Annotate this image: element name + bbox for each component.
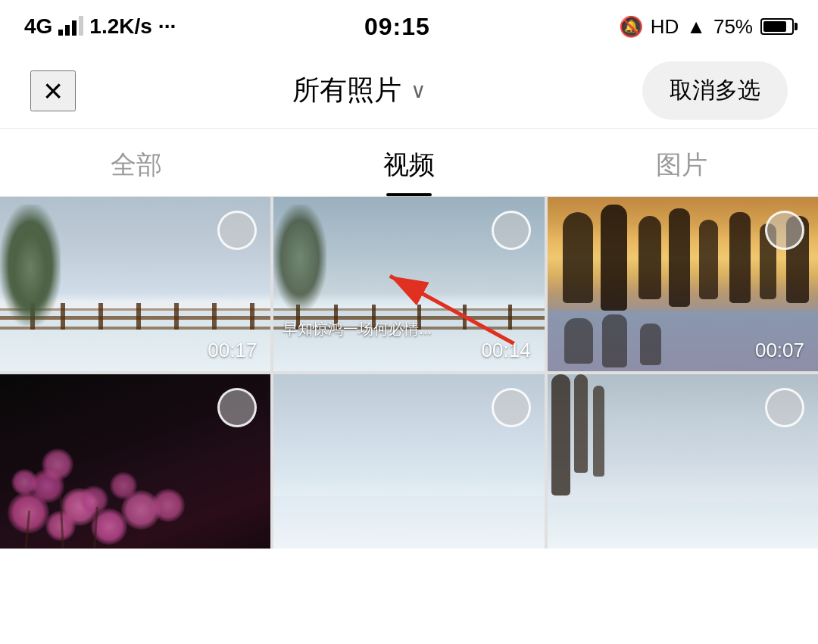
tab-photo[interactable]: 图片: [545, 148, 818, 196]
signal-icon: [58, 17, 83, 36]
network-label: 4G: [24, 14, 52, 39]
bell-icon: 🔕: [619, 15, 643, 39]
wifi-icon: ▲: [686, 15, 706, 39]
video-item-4[interactable]: [0, 374, 270, 549]
duration-3: 00:07: [755, 339, 804, 362]
tab-video[interactable]: 视频: [273, 148, 545, 196]
video-item-5[interactable]: [273, 374, 544, 549]
select-circle-2[interactable]: [492, 211, 531, 250]
chevron-down-icon: ∨: [411, 78, 426, 103]
video-item-6[interactable]: [548, 374, 818, 549]
select-circle-1[interactable]: [217, 211, 257, 250]
select-circle-3[interactable]: [765, 211, 804, 250]
close-button[interactable]: ×: [30, 70, 76, 111]
cancel-multiselect-button[interactable]: 取消多选: [642, 61, 788, 120]
dots-label: ···: [158, 14, 176, 39]
select-circle-4[interactable]: [217, 388, 257, 427]
select-circle-5[interactable]: [492, 388, 531, 427]
album-title: 所有照片: [292, 72, 401, 109]
subtitle-2: 早知惊鸿一场何必情...: [283, 319, 432, 339]
hd-label: HD: [651, 15, 679, 39]
status-left: 4G 1.2K/s ···: [24, 14, 176, 39]
select-circle-6[interactable]: [765, 388, 804, 427]
speed-label: 1.2K/s: [89, 14, 152, 39]
status-right: 🔕 HD ▲ 75%: [619, 15, 794, 39]
video-item-2[interactable]: 早知惊鸿一场何必情... 00:14: [273, 197, 544, 371]
photo-grid: 00:17 早知惊鸿一场何必情... 00:14: [0, 197, 818, 549]
media-tabs: 全部 视频 图片: [0, 129, 818, 197]
tab-all[interactable]: 全部: [0, 148, 273, 196]
battery-icon: [760, 18, 794, 35]
album-selector[interactable]: 所有照片 ∨: [292, 72, 426, 109]
nav-bar: × 所有照片 ∨ 取消多选: [0, 53, 818, 129]
video-item-3[interactable]: 00:07: [548, 197, 818, 371]
video-item-1[interactable]: 00:17: [0, 197, 270, 371]
battery-percent: 75%: [713, 15, 753, 39]
duration-2: 00:14: [482, 339, 531, 362]
time-display: 09:15: [364, 13, 430, 41]
status-bar: 4G 1.2K/s ··· 09:15 🔕 HD ▲ 75%: [0, 0, 818, 53]
duration-1: 00:17: [208, 339, 257, 362]
